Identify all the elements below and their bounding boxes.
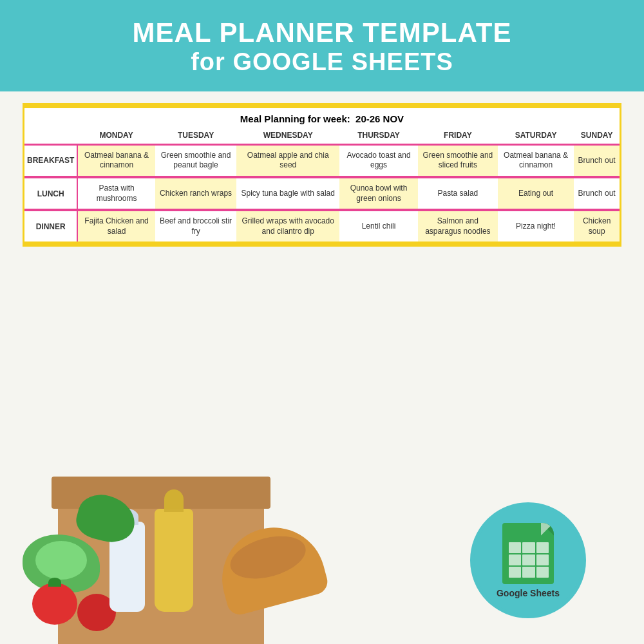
planner-container: Meal Planning for week: 20-26 NOV MONDAY…: [23, 103, 621, 247]
google-sheets-icon: [502, 523, 554, 584]
google-sheets-label: Google Sheets: [497, 588, 560, 598]
dinner-saturday: Pizza night!: [498, 211, 574, 242]
banner-title-sub: for GOOGLE SHEETS: [13, 48, 631, 77]
header-thursday: THURSDAY: [339, 127, 418, 145]
breakfast-friday: Green smoothie and sliced fruits: [418, 144, 498, 176]
grid-cell: [522, 567, 535, 578]
banner: MEAL PLANNER TEMPLATE for GOOGLE SHEETS: [0, 0, 644, 91]
lunch-wednesday: Spicy tuna bagle with salad: [236, 178, 339, 209]
grid-cell: [536, 554, 549, 565]
breakfast-wednesday: Oatmeal apple and chia seed: [236, 144, 339, 176]
meal-table: MONDAY TUESDAY WEDNESDAY THURSDAY FRIDAY…: [24, 127, 620, 242]
header-empty: [24, 127, 77, 145]
content-area: Meal Planning for week: 20-26 NOV MONDAY…: [0, 91, 644, 644]
bottom-area: Google Sheets: [19, 247, 625, 644]
breakfast-thursday: Avocado toast and eggs: [339, 144, 418, 176]
breakfast-tuesday: Green smoothie and peanut bagle: [155, 144, 237, 176]
week-label: Meal Planning for week: 20-26 NOV: [24, 108, 620, 127]
grid-cell: [522, 554, 535, 565]
lunch-row: LUNCH Pasta with mushrooms Chicken ranch…: [24, 178, 620, 209]
grid-cell: [509, 554, 521, 565]
lunch-sunday: Brunch out: [574, 178, 620, 209]
header-tuesday: TUESDAY: [155, 127, 237, 145]
header-saturday: SATURDAY: [498, 127, 574, 145]
breakfast-saturday: Oatmeal banana & cinnamon: [498, 144, 574, 176]
breakfast-label: BREAKFAST: [24, 144, 77, 176]
dinner-friday: Salmon and asparagus noodles: [418, 211, 498, 242]
header-monday: MONDAY: [77, 127, 155, 145]
lunch-label: LUNCH: [24, 178, 77, 209]
dinner-sunday: Chicken soup: [574, 211, 620, 242]
lunch-tuesday: Chicken ranch wraps: [155, 178, 237, 209]
dinner-wednesday: Grilled wraps with avocado and cilantro …: [236, 211, 339, 242]
header-sunday: SUNDAY: [574, 127, 620, 145]
icon-fold: [541, 523, 554, 536]
icon-grid: [509, 542, 549, 578]
page-wrapper: MEAL PLANNER TEMPLATE for GOOGLE SHEETS …: [0, 0, 644, 644]
grid-cell: [509, 542, 521, 553]
dinner-row: DINNER Fajita Chicken and salad Beef and…: [24, 211, 620, 242]
oil-bottle-icon: [155, 509, 193, 612]
lunch-friday: Pasta salad: [418, 178, 498, 209]
header-friday: FRIDAY: [418, 127, 498, 145]
grid-cell: [509, 567, 521, 578]
grid-cell: [522, 542, 535, 553]
tomato-icon: [32, 583, 77, 625]
breakfast-monday: Oatmeal banana & cinnamon: [77, 144, 155, 176]
header-wednesday: WEDNESDAY: [236, 127, 339, 145]
header-row: MONDAY TUESDAY WEDNESDAY THURSDAY FRIDAY…: [24, 127, 620, 145]
lunch-thursday: Qunoa bowl with green onions: [339, 178, 418, 209]
dinner-tuesday: Beef and broccoli stir fry: [155, 211, 237, 242]
dinner-thursday: Lentil chili: [339, 211, 418, 242]
banner-title-main: MEAL PLANNER TEMPLATE: [13, 18, 631, 48]
lunch-saturday: Eating out: [498, 178, 574, 209]
breakfast-row: BREAKFAST Oatmeal banana & cinnamon Gree…: [24, 144, 620, 176]
lunch-monday: Pasta with mushrooms: [77, 178, 155, 209]
dinner-monday: Fajita Chicken and salad: [77, 211, 155, 242]
breakfast-sunday: Brunch out: [574, 144, 620, 176]
grid-cell: [536, 542, 549, 553]
grid-cell: [536, 567, 549, 578]
grocery-illustration: [19, 451, 341, 644]
dinner-label: DINNER: [24, 211, 77, 242]
google-sheets-badge: Google Sheets: [470, 502, 586, 618]
